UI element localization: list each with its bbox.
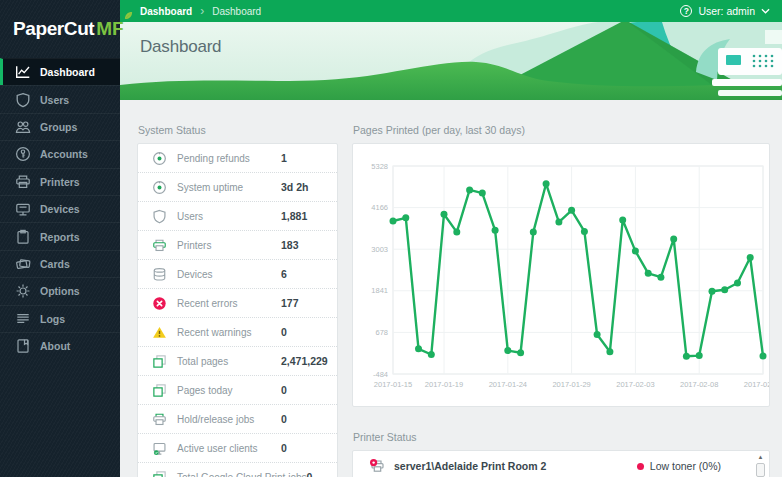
system-status-title: System Status bbox=[138, 124, 338, 136]
svg-text:2017-02-13: 2017-02-13 bbox=[744, 380, 769, 389]
breadcrumb-page[interactable]: Dashboard bbox=[212, 6, 261, 17]
dashboard-chart-icon bbox=[15, 64, 31, 80]
sidebar-item-logs[interactable]: Logs bbox=[0, 305, 120, 332]
status-row: System uptime3d 2h bbox=[138, 173, 337, 202]
hero-illustration bbox=[120, 22, 782, 100]
status-value: 177 bbox=[281, 297, 327, 309]
svg-text:4166: 4166 bbox=[371, 203, 388, 212]
error-icon bbox=[152, 296, 167, 311]
status-value: 0 bbox=[281, 442, 327, 454]
pages-icon bbox=[152, 383, 167, 398]
options-gear-icon bbox=[15, 283, 31, 299]
status-row: Pending refunds1 bbox=[138, 144, 337, 173]
sidebar-item-label: Options bbox=[40, 285, 80, 297]
status-row: Total Google Cloud Print jobs0 bbox=[138, 463, 337, 477]
clock-icon bbox=[152, 180, 167, 195]
page-title: Dashboard bbox=[140, 37, 221, 57]
printer-row: server1\Adelaide Print Room 2Low toner (… bbox=[353, 451, 769, 477]
status-label: Recent errors bbox=[177, 298, 238, 309]
status-row: Total pages2,471,229 bbox=[138, 347, 337, 376]
help-icon[interactable]: ? bbox=[680, 5, 692, 17]
user-menu-label[interactable]: User: admin bbox=[698, 5, 755, 17]
sidebar-item-label: Accounts bbox=[40, 148, 88, 160]
status-label: Hold/release jobs bbox=[177, 414, 254, 425]
sidebar-item-users[interactable]: Users bbox=[0, 85, 120, 112]
about-book-icon bbox=[15, 338, 31, 354]
hero-banner: Dashboard bbox=[120, 22, 782, 100]
svg-text:2017-01-15: 2017-01-15 bbox=[374, 380, 412, 389]
client-icon bbox=[152, 441, 167, 456]
printer-name-link[interactable]: server1\Adelaide Print Room 2 bbox=[394, 460, 546, 472]
status-value: 3d 2h bbox=[281, 181, 327, 193]
scroll-up-icon[interactable]: ▲ bbox=[755, 453, 766, 462]
sidebar-item-label: Groups bbox=[40, 121, 77, 133]
printer-status-scrollbar[interactable]: ▲ bbox=[755, 453, 766, 477]
status-label: Total Google Cloud Print jobs bbox=[177, 472, 307, 477]
breadcrumb-separator-icon: › bbox=[200, 6, 204, 16]
svg-text:678: 678 bbox=[375, 328, 388, 337]
status-value: 0 bbox=[281, 384, 327, 396]
printer-status-rows: server1\Adelaide Print Room 2Low toner (… bbox=[353, 451, 769, 477]
status-label: Total pages bbox=[177, 356, 228, 367]
status-label: Recent warnings bbox=[177, 327, 251, 338]
main-area: Dashboard › Dashboard ? User: admin bbox=[120, 0, 782, 477]
scrollbar-thumb[interactable] bbox=[756, 463, 765, 477]
svg-text:5328: 5328 bbox=[371, 162, 388, 171]
status-value: 0 bbox=[281, 413, 327, 425]
status-row: Pages today0 bbox=[138, 376, 337, 405]
svg-text:2017-01-19: 2017-01-19 bbox=[425, 380, 463, 389]
sidebar-item-about[interactable]: About bbox=[0, 332, 120, 359]
logo-brand-text: PaperCut bbox=[13, 18, 94, 40]
leaf-icon bbox=[124, 11, 133, 20]
pages-printed-chart: 5328416630031841678-4842017-01-152017-01… bbox=[353, 144, 769, 406]
logo-suffix-text: MF bbox=[96, 18, 123, 40]
sidebar-item-devices[interactable]: Devices bbox=[0, 195, 120, 222]
status-value: 1,881 bbox=[281, 210, 327, 222]
status-label: Users bbox=[177, 211, 203, 222]
printer-green-icon bbox=[152, 238, 167, 253]
printers-icon bbox=[15, 174, 31, 190]
reports-clipboard-icon bbox=[15, 229, 31, 245]
status-label: Printers bbox=[177, 240, 211, 251]
breadcrumb-section[interactable]: Dashboard bbox=[140, 6, 192, 17]
user-menu[interactable]: ? User: admin bbox=[680, 5, 770, 17]
sidebar-item-reports[interactable]: Reports bbox=[0, 222, 120, 249]
status-label: Pending refunds bbox=[177, 153, 250, 164]
status-row: Active user clients0 bbox=[138, 434, 337, 463]
status-value: 0 bbox=[281, 326, 327, 338]
printer-status-card: server1\Adelaide Print Room 2Low toner (… bbox=[352, 450, 770, 477]
status-label: System uptime bbox=[177, 182, 243, 193]
content: System Status Pending refunds1System upt… bbox=[120, 100, 782, 477]
low-toner-dot bbox=[637, 463, 644, 470]
shield-icon bbox=[152, 209, 167, 224]
svg-text:2017-01-29: 2017-01-29 bbox=[552, 380, 590, 389]
app-logo: PaperCut MF bbox=[0, 0, 120, 58]
chevron-down-icon[interactable] bbox=[761, 8, 770, 14]
groups-people-icon bbox=[15, 119, 31, 135]
status-value: 2,471,229 bbox=[281, 355, 327, 367]
devices-icon bbox=[15, 201, 31, 217]
sidebar-item-label: Devices bbox=[40, 203, 80, 215]
pages-printed-title: Pages Printed (per day, last 30 days) bbox=[353, 124, 770, 136]
sidebar-item-groups[interactable]: Groups bbox=[0, 113, 120, 140]
sidebar-item-options[interactable]: Options bbox=[0, 277, 120, 304]
sidebar-item-label: Dashboard bbox=[40, 66, 95, 78]
sidebar-item-accounts[interactable]: Accounts bbox=[0, 140, 120, 167]
svg-text:2017-02-08: 2017-02-08 bbox=[680, 380, 718, 389]
system-status-card: Pending refunds1System uptime3d 2hUsers1… bbox=[137, 143, 338, 477]
sidebar-item-label: Logs bbox=[40, 313, 65, 325]
status-row: Printers183 bbox=[138, 231, 337, 260]
status-value: 6 bbox=[281, 268, 327, 280]
printer-status-title: Printer Status bbox=[353, 431, 770, 443]
sidebar-item-dashboard[interactable]: Dashboard bbox=[0, 58, 120, 85]
warning-icon bbox=[152, 325, 167, 340]
cards-icon bbox=[15, 256, 31, 272]
svg-text:-484: -484 bbox=[373, 370, 388, 379]
sidebar-item-printers[interactable]: Printers bbox=[0, 168, 120, 195]
sidebar-item-label: Users bbox=[40, 94, 69, 106]
logs-list-icon bbox=[15, 311, 31, 327]
pages-printed-card: 5328416630031841678-4842017-01-152017-01… bbox=[352, 143, 770, 407]
status-row: Devices6 bbox=[138, 260, 337, 289]
sidebar-item-cards[interactable]: Cards bbox=[0, 250, 120, 277]
status-label: Devices bbox=[177, 269, 213, 280]
